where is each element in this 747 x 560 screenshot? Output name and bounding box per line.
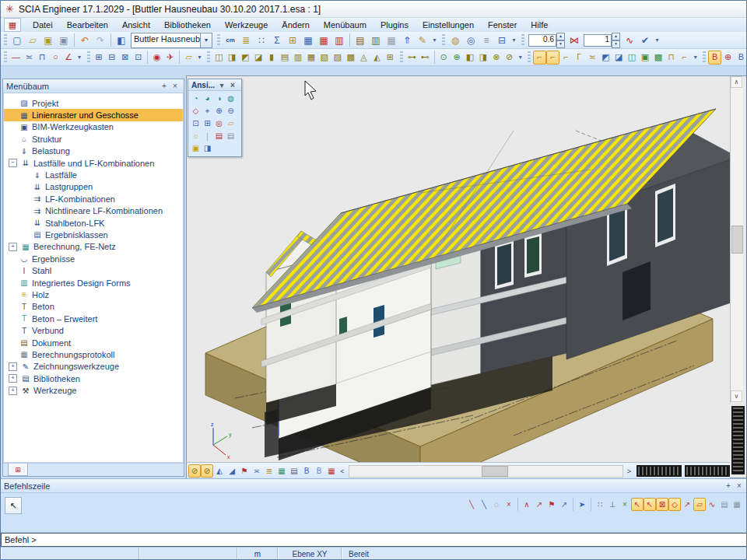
walk-through-icon[interactable]: ⌖ [202,105,213,117]
project-dropdown[interactable]: Buttler Hausneubau▼ [131,33,212,47]
beam-horizontal-icon[interactable]: ◨ [226,51,239,65]
tree-item-holz[interactable]: ≡Holz [4,289,183,300]
toolbar-grip[interactable] [442,34,445,47]
snap-ortho-icon[interactable]: ⊥ [606,498,619,511]
tree-item-dokument[interactable]: ▤Dokument [4,337,183,348]
viewport-canvas[interactable]: z y x [187,76,730,462]
view-parameters-icon[interactable]: ◨ [202,142,213,155]
toolbar-overflow-icon[interactable]: ▾ [510,33,518,47]
selection-cursor-button[interactable]: ↖ [5,497,22,514]
tree-item-verbund[interactable]: TVerbund [4,324,183,336]
snap-calc-icon[interactable]: ▦ [731,498,743,511]
tree-item-zeichnungswerkzeuge[interactable]: +✎Zeichnungswerkzeuge [4,361,183,373]
spin-down-icon[interactable]: ▼ [556,40,565,48]
support-icon[interactable]: ⊕ [451,51,464,65]
toolbar-overflow-icon[interactable]: ▾ [195,51,204,65]
haunch-icon[interactable]: ◭ [370,51,384,65]
select-lasso-icon[interactable]: ⌐ [546,51,559,65]
plate-icon[interactable]: ▤ [279,51,292,65]
zoom-document-icon[interactable]: ◎ [463,33,479,48]
redo-icon[interactable]: ↷ [93,33,108,48]
select-add-icon[interactable]: ▣ [639,51,652,65]
vertical-scrollbar[interactable]: ∧ ∨ [730,76,743,403]
select-prev-icon[interactable]: ⌐ [559,51,573,65]
scroll-up-icon[interactable]: ∧ [731,76,742,88]
menu-werkzeuge[interactable]: Werkzeuge [218,19,275,30]
menu-plugins[interactable]: Plugins [374,19,416,30]
units-icon[interactable]: cm [223,33,238,48]
export-doc-icon[interactable]: ⇑ [399,33,415,48]
load-display-icon[interactable]: ∿ [622,33,637,48]
load-panel-icon[interactable]: ◬ [357,51,370,65]
snap-center-icon[interactable]: ◌ [490,498,503,511]
beam-incline-icon[interactable]: ◩ [239,51,252,65]
snap-table-icon[interactable]: ▤ [718,498,731,511]
dimension-query-icon[interactable]: ⊟ [494,33,510,48]
view-side-icon[interactable]: ◑ [213,93,225,105]
count-spinner[interactable]: 1▲▼ [584,33,620,48]
clip-plane-b-icon[interactable]: ⊘ [201,464,213,478]
toolbar-grip[interactable] [400,51,403,64]
opening-icon[interactable]: ▨ [331,51,344,65]
copy-entity-icon[interactable]: ⊞ [93,51,106,65]
select-line-icon[interactable]: Γ [573,51,586,65]
scale-value[interactable]: 0.6 [528,34,556,47]
close-icon[interactable]: × [227,81,238,89]
select-span-b-icon[interactable]: ⌐ [678,51,691,65]
table-results-icon[interactable]: ▥ [331,33,347,48]
beam-arc-icon[interactable]: ◪ [252,51,265,65]
tree-item-stahlbeton-lfk[interactable]: ⇊Stahlbeton-LFK [4,217,183,229]
collapse-box-icon[interactable]: − [9,159,17,167]
clipping-box-icon[interactable]: ▣ [190,142,202,155]
project-manager-icon[interactable]: ◧ [114,33,129,48]
disconnect-nodes-icon[interactable]: ⊷ [419,51,432,65]
menu-menübaum[interactable]: Menübaum [317,19,374,30]
view-axo-icon[interactable]: ◍ [225,93,237,105]
chevron-down-icon[interactable]: ▼ [201,33,212,48]
select-workplane-icon[interactable]: ≍ [586,51,599,65]
draw-bracket-icon[interactable]: ⊓ [36,51,49,65]
zoom-window-icon[interactable]: ⊡ [190,117,202,130]
numbering-icon[interactable]: ≡ [479,33,494,48]
snapshot-gray-icon[interactable]: ▤ [225,130,237,142]
snap-angle-b-icon[interactable]: ↗ [533,498,545,511]
hscroll-thumb[interactable] [482,466,508,477]
tree-item-lastgruppen[interactable]: ⇊Lastgruppen [4,181,183,193]
snap-zigzag-icon[interactable]: ∿ [706,498,718,511]
table-input-icon[interactable]: ▦ [316,33,331,48]
snap-move-icon[interactable]: ↗ [681,498,693,511]
storey-display-icon[interactable]: ≣ [263,464,275,478]
menu-ansicht[interactable]: Ansicht [115,19,157,30]
print-icon[interactable]: ▤ [352,33,368,48]
horizontal-scrollbar[interactable] [349,465,623,478]
close-icon[interactable]: × [170,82,181,90]
work-plane-icon[interactable]: ✈ [163,51,177,65]
clip-plane-a-icon[interactable]: ⊘ [188,464,201,478]
section-b-back-icon[interactable]: B [735,51,747,65]
select-corner-icon[interactable]: ⌐ [533,51,546,65]
close-icon[interactable]: × [734,481,745,490]
draw-angle-icon[interactable]: ∠ [62,51,75,65]
toolbar-grip[interactable] [87,51,90,64]
menu-bibliotheken[interactable]: Bibliotheken [157,19,218,30]
dimension-display-icon[interactable]: ≍ [251,464,263,478]
tree-item-lf-kombinationen[interactable]: ⇉LF-Kombinationen [4,193,183,205]
command-input[interactable]: Befehl > [1,533,747,547]
menu-fenster[interactable]: Fenster [481,19,524,30]
document-link-icon[interactable]: ▤ [288,464,300,478]
menubaum-panel-tab[interactable]: ⊞ [8,464,28,476]
axo-cube-icon[interactable]: ◇ [190,105,202,117]
hscroll-left-icon[interactable]: < [338,465,347,478]
copy-multi-icon[interactable]: ⊡ [132,51,145,65]
render-mode-icon[interactable]: ▦ [275,464,288,478]
draw-circle-icon[interactable]: ○ [49,51,62,65]
menu-ändern[interactable]: Ändern [275,19,316,30]
column-icon[interactable]: ▮ [265,51,279,65]
snap-cursor-icon[interactable]: ➤ [576,498,588,511]
tree-item-nichtlineare-lf-kombinationen[interactable]: ⇉Nichtlineare LF-Kombinationen [4,205,183,217]
hscroll-right-icon[interactable]: > [625,465,634,478]
mesh-setup-icon[interactable]: ▦ [300,33,316,48]
project-dropdown-value[interactable]: Buttler Hausneubau [131,33,201,48]
open-view-icon[interactable]: ▱ [225,117,237,130]
results-display-icon[interactable]: ◢ [226,464,238,478]
